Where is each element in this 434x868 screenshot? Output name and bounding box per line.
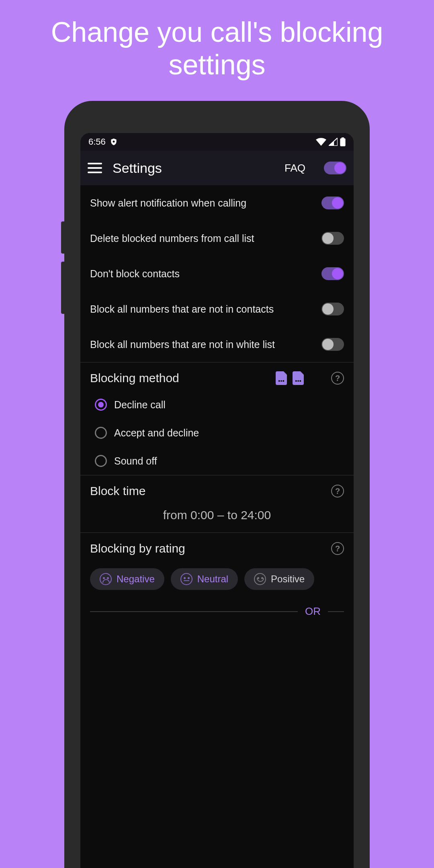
status-bar: 6:56 <box>80 133 354 151</box>
radio-label: Accept and decline <box>114 427 199 439</box>
setting-row: Block all numbers that are not in white … <box>80 327 354 362</box>
sim-icon[interactable] <box>293 371 304 385</box>
phone-frame: 6:56 <box>64 101 370 868</box>
radio-label: Decline call <box>114 399 166 411</box>
blocking-rating-header: Blocking by rating ? <box>80 533 354 561</box>
setting-row: Delete blocked numbers from call list <box>80 221 354 256</box>
setting-label: Delete blocked numbers from call list <box>90 233 321 244</box>
radio-icon <box>95 455 107 467</box>
blocking-method-header: Blocking method ? <box>80 362 354 391</box>
faq-button[interactable]: FAQ <box>285 162 305 174</box>
svg-rect-2 <box>342 137 344 139</box>
block-time-value[interactable]: from 0:00 – to 24:00 <box>80 504 354 532</box>
svg-rect-1 <box>340 138 345 146</box>
radio-icon <box>95 399 107 411</box>
face-icon <box>100 573 112 585</box>
section-title: Blocking by rating <box>90 542 326 555</box>
phone-side-button <box>61 221 64 254</box>
setting-toggle[interactable] <box>321 338 344 351</box>
chip-label: Neutral <box>197 573 228 585</box>
section-title: Blocking method <box>90 371 270 385</box>
sim-icon[interactable] <box>276 371 287 385</box>
setting-toggle[interactable] <box>321 197 344 209</box>
section-title: Block time <box>90 484 326 498</box>
face-icon <box>180 573 192 585</box>
setting-label: Block all numbers that are not in white … <box>90 339 321 350</box>
promo-title: Change you call's blocking settings <box>0 0 434 93</box>
radio-label: Sound off <box>114 455 157 467</box>
setting-row: Don't block contacts <box>80 256 354 291</box>
app-bar: Settings FAQ <box>80 151 354 185</box>
setting-toggle[interactable] <box>321 303 344 315</box>
setting-row: Block all numbers that are not in contac… <box>80 291 354 327</box>
or-divider: OR <box>80 597 354 618</box>
help-icon[interactable]: ? <box>331 485 344 497</box>
radio-option[interactable]: Decline call <box>80 391 354 419</box>
chip-label: Positive <box>271 573 305 585</box>
radio-icon <box>95 427 107 439</box>
menu-icon[interactable] <box>88 163 102 173</box>
face-icon <box>254 573 266 585</box>
rating-chips: NegativeNeutralPositive <box>80 561 354 597</box>
help-icon[interactable]: ? <box>331 542 344 555</box>
help-icon[interactable]: ? <box>331 372 344 385</box>
screen: 6:56 <box>80 133 354 868</box>
page-title: Settings <box>113 160 274 176</box>
master-toggle[interactable] <box>324 162 346 174</box>
rating-chip-neutral[interactable]: Neutral <box>171 568 238 590</box>
setting-label: Don't block contacts <box>90 268 321 280</box>
setting-label: Show alert notification when calling <box>90 197 321 209</box>
phone-side-button <box>61 262 64 314</box>
setting-toggle[interactable] <box>321 267 344 280</box>
shield-icon <box>110 137 118 146</box>
signal-icon <box>329 138 338 146</box>
rating-chip-negative[interactable]: Negative <box>90 568 164 590</box>
or-label: OR <box>305 605 321 618</box>
settings-content: Show alert notification when callingDele… <box>80 185 354 868</box>
status-time: 6:56 <box>88 137 106 147</box>
setting-toggle[interactable] <box>321 232 344 245</box>
rating-chip-positive[interactable]: Positive <box>244 568 314 590</box>
block-time-header: Block time ? <box>80 475 354 504</box>
chip-label: Negative <box>117 573 155 585</box>
setting-row: Show alert notification when calling <box>80 185 354 221</box>
svg-point-0 <box>113 141 115 143</box>
radio-option[interactable]: Sound off <box>80 447 354 475</box>
wifi-icon <box>316 138 326 146</box>
radio-option[interactable]: Accept and decline <box>80 419 354 447</box>
setting-label: Block all numbers that are not in contac… <box>90 303 321 315</box>
battery-icon <box>340 137 346 146</box>
